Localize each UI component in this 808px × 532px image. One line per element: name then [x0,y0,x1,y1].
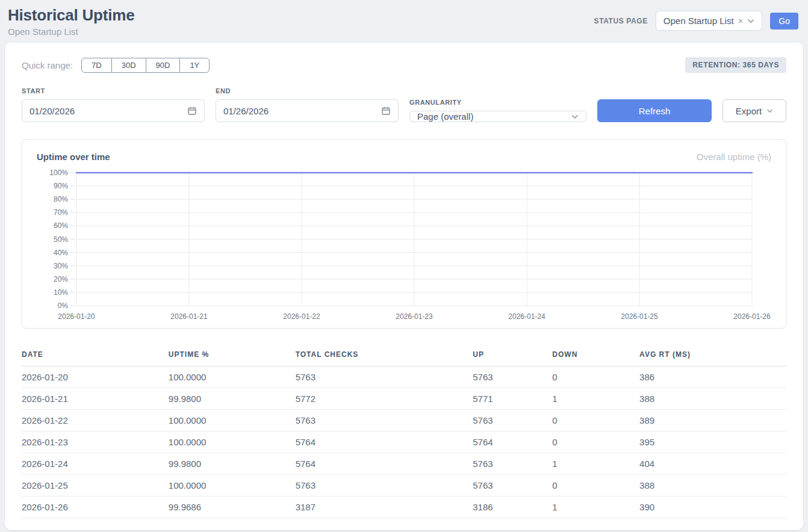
table-cell: 0 [552,431,639,453]
quick-range-row: Quick range: 7D30D90D1Y RETENTION: 365 D… [22,57,786,73]
table-cell: 2026-01-21 [22,388,169,410]
end-date-value: 01/26/2026 [223,106,269,116]
quick-range-group: 7D30D90D1Y [81,58,210,73]
table-cell: 5763 [473,475,552,496]
quick-range-1y-button[interactable]: 1Y [179,58,210,73]
svg-text:100%: 100% [49,169,68,177]
export-button-label: Export [736,106,762,116]
table-cell: 0 [552,475,639,496]
granularity-field: GRANULARITY Page (overall) [409,99,586,122]
chart-legend: Overall uptime (%) [697,152,771,162]
table-cell: 99.9800 [169,453,296,475]
export-button[interactable]: Export [723,99,786,122]
table-cell: 388 [639,475,786,496]
table-row: 2026-01-2199.9800577257711388 [22,388,786,410]
refresh-button[interactable]: Refresh [597,99,712,122]
uptime-chart-card: Uptime over time Overall uptime (%) 100%… [22,139,786,329]
table-cell: 5763 [473,453,552,475]
chart-title: Uptime over time [37,152,110,162]
quick-range-7d-button[interactable]: 7D [81,58,112,73]
column-header: UP [473,344,552,367]
status-page-label: STATUS PAGE [594,17,648,25]
table-cell: 388 [639,388,786,410]
table-cell: 5764 [296,453,473,475]
column-header: DOWN [552,344,639,367]
page-subtitle: Open Startup List [8,26,134,37]
table-cell: 99.9800 [169,388,296,410]
start-date-label: START [22,87,205,94]
main-panel: Quick range: 7D30D90D1Y RETENTION: 365 D… [5,43,803,530]
clear-selection-icon[interactable]: × [738,16,744,25]
table-cell: 1 [552,496,639,518]
table-cell: 386 [639,367,786,388]
svg-text:2026-01-25: 2026-01-25 [621,312,658,321]
start-date-field: START 01/20/2026 [22,87,205,122]
svg-text:30%: 30% [54,262,68,270]
table-cell: 2026-01-23 [22,431,169,453]
svg-text:50%: 50% [54,235,68,244]
table-cell: 5763 [296,367,473,388]
status-page-controls: STATUS PAGE Open Startup List × Go [594,11,798,31]
calendar-icon[interactable] [381,106,391,116]
table-cell: 99.9686 [169,496,296,518]
table-cell: 5764 [296,431,473,453]
uptime-line-chart: 100%90%80%70%60%50%40%30%20%10%0%2026-01… [37,167,771,322]
svg-text:0%: 0% [58,302,69,310]
table-cell: 5763 [296,410,473,431]
calendar-icon[interactable] [187,106,197,116]
table-row: 2026-01-23100.0000576457640395 [22,431,786,453]
chart-header: Uptime over time Overall uptime (%) [37,152,771,162]
svg-text:2026-01-23: 2026-01-23 [396,312,433,321]
table-cell: 404 [639,453,786,475]
status-page-select[interactable]: Open Startup List × [656,11,763,31]
table-cell: 5763 [473,410,552,431]
table-row: 2026-01-2699.9686318731861390 [22,496,786,518]
status-page-value: Open Startup List [663,16,734,26]
table-cell: 2026-01-22 [22,410,169,431]
granularity-select[interactable]: Page (overall) [409,111,586,122]
table-cell: 1 [552,453,639,475]
table-cell: 2026-01-26 [22,496,169,518]
table-cell: 5764 [473,431,552,453]
quick-range-90d-button[interactable]: 90D [146,58,181,73]
page-header: Historical Uptime Open Startup List STAT… [0,0,808,43]
table-cell: 5771 [473,388,552,410]
table-cell: 3186 [473,496,552,518]
column-header: AVG RT (MS) [639,344,786,367]
table-cell: 1 [552,388,639,410]
table-cell: 5763 [473,367,552,388]
table-body: 2026-01-20100.00005763576303862026-01-21… [22,367,786,518]
chevron-down-icon [571,114,579,119]
table-row: 2026-01-25100.0000576357630388 [22,475,786,496]
column-header: UPTIME % [169,344,296,367]
table-cell: 100.0000 [169,475,296,496]
quick-range-30d-button[interactable]: 30D [111,58,146,73]
svg-text:2026-01-21: 2026-01-21 [170,312,208,321]
table-cell: 2026-01-25 [22,475,169,496]
retention-badge: RETENTION: 365 DAYS [685,57,786,73]
granularity-label: GRANULARITY [409,99,586,106]
quick-range-block: Quick range: 7D30D90D1Y [22,58,210,73]
end-date-input[interactable]: 01/26/2026 [216,99,399,122]
table-cell: 0 [552,410,639,431]
svg-text:2026-01-22: 2026-01-22 [283,312,320,321]
start-date-input[interactable]: 01/20/2026 [22,99,205,122]
end-date-field: END 01/26/2026 [216,87,399,122]
start-date-value: 01/20/2026 [30,106,75,116]
table-cell: 395 [639,431,786,453]
table-cell: 2026-01-20 [22,367,169,388]
table-cell: 100.0000 [169,367,296,388]
svg-text:2026-01-24: 2026-01-24 [508,312,545,321]
svg-text:40%: 40% [54,249,68,257]
svg-text:70%: 70% [54,208,68,217]
table-row: 2026-01-22100.0000576357630389 [22,410,786,431]
go-button[interactable]: Go [770,13,798,29]
table-row: 2026-01-2499.9800576457631404 [22,453,786,475]
filter-form-row: START 01/20/2026 END 01/26/2026 [22,87,786,122]
table-cell: 5763 [296,475,473,496]
uptime-table: DATEUPTIME %TOTAL CHECKSUPDOWNAVG RT (MS… [22,344,786,518]
table-cell: 100.0000 [169,410,296,431]
svg-text:2026-01-26: 2026-01-26 [733,312,771,321]
chevron-down-icon [747,19,754,23]
title-block: Historical Uptime Open Startup List [8,6,134,37]
